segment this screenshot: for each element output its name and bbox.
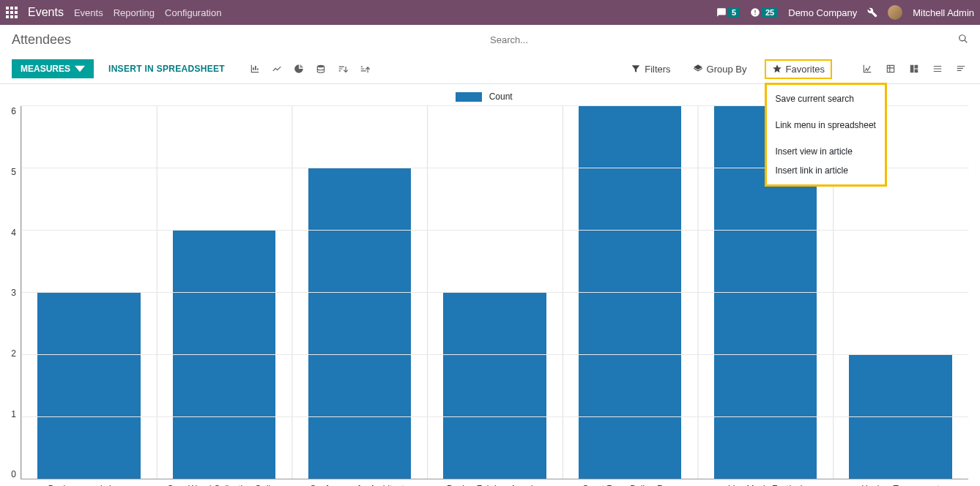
caret-down-icon	[75, 64, 85, 74]
measures-button[interactable]: MEASURES	[12, 59, 94, 78]
pie-chart-icon[interactable]	[288, 59, 310, 79]
y-tick: 4	[11, 228, 16, 238]
search-icon[interactable]	[958, 34, 968, 46]
filters-button[interactable]: Filters	[626, 61, 675, 78]
main-navbar: Events Events Reporting Configuration 5 …	[0, 0, 980, 25]
view-switcher	[860, 61, 968, 76]
bar[interactable]	[443, 293, 546, 479]
bar-chart-icon[interactable]	[244, 59, 266, 79]
bar[interactable]	[37, 293, 140, 479]
groupby-label: Group By	[707, 64, 747, 75]
favorites-label: Favorites	[786, 64, 825, 75]
filter-icon	[631, 64, 641, 74]
x-tick: Great Reno Ballon Race	[562, 479, 697, 486]
graph-view-icon[interactable]	[860, 61, 875, 76]
search-wrap	[490, 34, 968, 45]
company-switcher[interactable]: Demo Company	[788, 7, 857, 18]
x-tick: Hockey Tournament	[833, 479, 968, 486]
layers-icon	[693, 64, 703, 74]
search-input[interactable]	[490, 34, 968, 45]
messages-icon[interactable]: 5	[716, 7, 740, 18]
apps-icon[interactable]	[6, 7, 18, 18]
activities-icon[interactable]: 25	[750, 7, 778, 18]
sort-desc-icon[interactable]	[332, 59, 354, 79]
svg-point-0	[317, 65, 324, 68]
x-axis: Business workshopsOpenWood Collection On…	[21, 479, 968, 486]
bar[interactable]	[308, 168, 411, 479]
y-tick: 0	[11, 469, 16, 479]
nav-configuration[interactable]: Configuration	[165, 7, 221, 18]
user-name[interactable]: Mitchell Admin	[913, 7, 974, 18]
app-brand[interactable]: Events	[28, 6, 64, 19]
stacked-icon[interactable]	[310, 59, 332, 79]
activities-badge: 25	[762, 7, 778, 18]
measures-label: MEASURES	[21, 64, 70, 74]
x-tick: Conference for Architects	[292, 479, 427, 486]
user-menu[interactable]	[888, 5, 902, 20]
bar-column	[427, 106, 563, 479]
bar-column	[292, 106, 427, 479]
favorites-dropdown: Save current search Link menu in spreads…	[765, 83, 887, 187]
avatar	[888, 5, 902, 20]
star-icon	[772, 64, 782, 74]
y-tick: 3	[11, 288, 16, 298]
groupby-button[interactable]: Group By	[688, 61, 751, 78]
bar[interactable]	[849, 355, 951, 479]
line-chart-icon[interactable]	[266, 59, 288, 79]
chart-type-group	[244, 59, 376, 79]
bar-column	[563, 106, 698, 479]
kanban-view-icon[interactable]	[954, 61, 968, 76]
cohort-view-icon[interactable]	[907, 61, 921, 76]
nav-reporting[interactable]: Reporting	[114, 7, 155, 18]
bar-column	[157, 106, 292, 479]
y-tick: 1	[11, 409, 16, 419]
x-tick: Business workshops	[21, 479, 156, 486]
search-tools: Filters Group By Favorites Save current …	[626, 59, 968, 79]
list-view-icon[interactable]	[930, 61, 945, 76]
fav-link-spreadsheet[interactable]: Link menu in spreadsheet	[767, 116, 885, 135]
legend-label: Count	[489, 91, 513, 102]
pivot-view-icon[interactable]	[883, 61, 898, 76]
fav-save-search[interactable]: Save current search	[767, 89, 885, 108]
messages-badge: 5	[728, 7, 740, 18]
favorites-wrapper: Favorites Save current search Link menu …	[765, 59, 832, 79]
control-panel: Attendees MEASURES INSERT IN SPREADSHEET…	[0, 25, 980, 84]
sort-asc-icon[interactable]	[354, 59, 376, 79]
y-tick: 5	[11, 167, 16, 177]
navbar-right: 5 25 Demo Company Mitchell Admin	[716, 5, 974, 20]
legend-swatch	[456, 92, 482, 102]
navbar-left: Events Events Reporting Configuration	[6, 6, 221, 19]
y-tick: 2	[11, 348, 16, 359]
bar-column	[21, 106, 157, 479]
x-tick: Live Music Festival	[697, 479, 833, 486]
fav-insert-view[interactable]: Insert view in article	[767, 142, 885, 161]
y-axis: 6543210	[0, 106, 21, 479]
fav-insert-link[interactable]: Insert link in article	[767, 161, 885, 180]
breadcrumb: Attendees	[12, 32, 490, 48]
insert-spreadsheet-button[interactable]: INSERT IN SPREADSHEET	[100, 59, 234, 78]
debug-icon[interactable]	[867, 7, 877, 18]
x-tick: OpenWood Collection Online Rev...	[156, 479, 292, 486]
y-tick: 6	[11, 106, 16, 116]
filters-label: Filters	[645, 64, 670, 75]
x-tick: Design Fair Los Angeles	[427, 479, 563, 486]
nav-events[interactable]: Events	[74, 7, 103, 18]
bar[interactable]	[579, 106, 681, 479]
favorites-button[interactable]: Favorites	[765, 59, 832, 79]
